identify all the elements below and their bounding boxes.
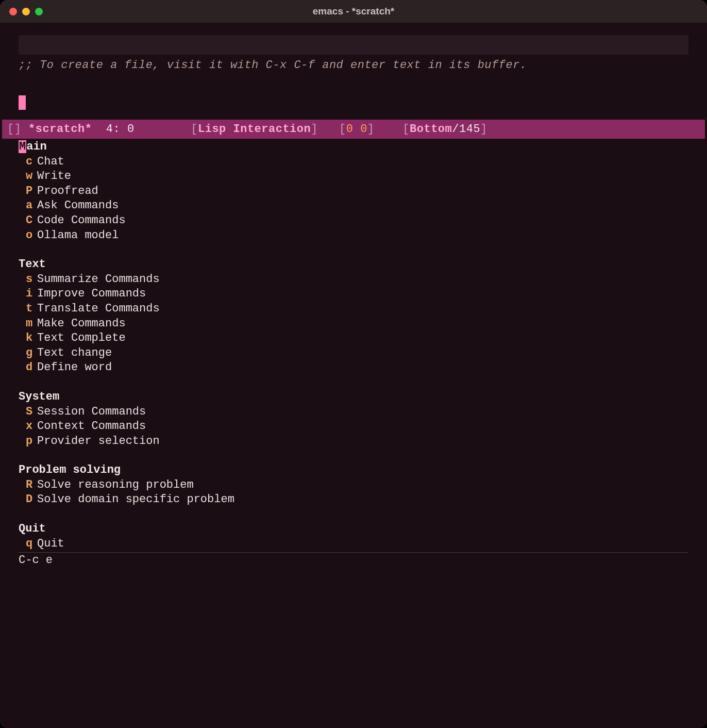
section-header-system: System xyxy=(19,390,688,405)
section-gap xyxy=(19,243,688,257)
menu-item-solve-domain[interactable]: D Solve domain specific problem xyxy=(19,492,688,507)
maximize-window-button[interactable] xyxy=(35,8,43,15)
transient-menu: Main c Chat w Write P Proofread a Ask Co… xyxy=(0,140,707,551)
menu-item-provider[interactable]: p Provider selection xyxy=(19,434,688,449)
menu-item-text-complete[interactable]: k Text Complete xyxy=(19,331,688,346)
menu-label: Solve domain specific problem xyxy=(37,492,234,507)
menu-label: Quit xyxy=(37,537,64,552)
menu-key: C xyxy=(19,213,37,228)
menu-label: Session Commands xyxy=(37,405,146,420)
header-line xyxy=(19,35,688,55)
menu-key: m xyxy=(19,317,37,332)
modeline-scroll-open: [ xyxy=(402,123,410,136)
menu-item-summarize[interactable]: s Summarize Commands xyxy=(19,272,688,287)
section-gap xyxy=(19,449,688,463)
menu-item-translate[interactable]: t Translate Commands xyxy=(19,302,688,317)
menu-label: Translate Commands xyxy=(37,302,160,317)
modeline-mode-close: ] xyxy=(311,123,318,136)
section-header-problem-solving: Problem solving xyxy=(19,463,688,478)
section-main-hkey: M xyxy=(19,140,26,153)
menu-key: p xyxy=(19,434,37,449)
menu-label: Provider selection xyxy=(37,434,160,449)
menu-key: S xyxy=(19,405,37,420)
editor-content: ;; To create a file, visit it with C-x C… xyxy=(0,23,707,568)
menu-item-ollama-model[interactable]: o Ollama model xyxy=(19,228,688,243)
menu-key: a xyxy=(19,198,37,213)
modeline: [] *scratch* 4: 0 [ Lisp Interaction ] [… xyxy=(2,120,705,139)
section-gap xyxy=(19,507,688,522)
titlebar: emacs - *scratch* xyxy=(0,0,707,23)
window-title: emacs - *scratch* xyxy=(9,6,698,17)
menu-label: Improve Commands xyxy=(37,287,146,302)
section-header-quit: Quit xyxy=(19,522,688,537)
menu-label: Ask Commands xyxy=(37,198,119,213)
modeline-pos-close: ] xyxy=(367,123,375,136)
modeline-buffer-name[interactable]: *scratch* xyxy=(28,123,92,136)
modeline-scroll-sep: / xyxy=(452,123,459,136)
menu-key: q xyxy=(19,537,37,552)
menu-item-session[interactable]: S Session Commands xyxy=(19,405,688,420)
menu-label: Context Commands xyxy=(37,419,146,434)
menu-key: t xyxy=(19,302,37,317)
menu-label: Text Complete xyxy=(37,331,126,346)
blank-line xyxy=(0,73,707,91)
menu-key: R xyxy=(19,478,37,493)
modeline-scroll-close: ] xyxy=(480,123,487,136)
menu-item-chat[interactable]: c Chat xyxy=(19,155,688,170)
menu-item-define-word[interactable]: d Define word xyxy=(19,360,688,375)
menu-item-make[interactable]: m Make Commands xyxy=(19,317,688,332)
menu-key: x xyxy=(19,419,37,434)
section-main-rest: ain xyxy=(26,140,47,153)
menu-label: Define word xyxy=(37,360,112,375)
modeline-mode: Lisp Interaction xyxy=(198,123,311,136)
section-header-main: Main xyxy=(19,140,688,155)
menu-key: d xyxy=(19,360,37,375)
menu-item-solve-reasoning[interactable]: R Solve reasoning problem xyxy=(19,478,688,493)
menu-item-improve[interactable]: i Improve Commands xyxy=(19,287,688,302)
modeline-pos: 0 0 xyxy=(346,123,367,136)
menu-item-text-change[interactable]: g Text change xyxy=(19,346,688,361)
menu-key: s xyxy=(19,272,37,287)
menu-key: g xyxy=(19,346,37,361)
menu-item-context[interactable]: x Context Commands xyxy=(19,419,688,434)
menu-key: i xyxy=(19,287,37,302)
menu-label: Text change xyxy=(37,346,112,361)
emacs-window: emacs - *scratch* ;; To create a file, v… xyxy=(0,0,707,728)
modeline-scroll-word: Bottom xyxy=(410,123,452,136)
menu-label: Chat xyxy=(37,155,64,170)
menu-label: Write xyxy=(37,169,71,184)
menu-item-quit[interactable]: q Quit xyxy=(19,537,688,552)
menu-item-code-commands[interactable]: C Code Commands xyxy=(19,213,688,228)
traffic-lights xyxy=(9,8,43,15)
menu-label: Make Commands xyxy=(37,317,126,332)
menu-label: Summarize Commands xyxy=(37,272,160,287)
menu-key: w xyxy=(19,169,37,184)
menu-key: o xyxy=(19,228,37,243)
modeline-pos-open: [ xyxy=(339,123,346,136)
buffer-comment[interactable]: ;; To create a file, visit it with C-x C… xyxy=(0,58,707,73)
menu-key: c xyxy=(19,155,37,170)
section-gap xyxy=(19,375,688,390)
menu-label: Ollama model xyxy=(37,228,119,243)
menu-key: P xyxy=(19,184,37,199)
menu-label: Proofread xyxy=(37,184,98,199)
section-header-text: Text xyxy=(19,257,688,272)
menu-item-proofread[interactable]: P Proofread xyxy=(19,184,688,199)
menu-label: Solve reasoning problem xyxy=(37,478,194,493)
modeline-line-col: 4: 0 xyxy=(106,123,134,136)
menu-key: D xyxy=(19,492,37,507)
menu-item-write[interactable]: w Write xyxy=(19,169,688,184)
modeline-scroll-total: 145 xyxy=(459,123,480,136)
menu-label: Code Commands xyxy=(37,213,126,228)
modeline-mode-open: [ xyxy=(191,123,198,136)
menu-key: k xyxy=(19,331,37,346)
modeline-brackets: [] xyxy=(7,123,21,136)
minimize-window-button[interactable] xyxy=(22,8,30,15)
text-cursor xyxy=(19,95,26,110)
close-window-button[interactable] xyxy=(9,8,17,15)
minibuffer[interactable]: C-c e xyxy=(0,553,707,568)
menu-item-ask-commands[interactable]: a Ask Commands xyxy=(19,198,688,213)
